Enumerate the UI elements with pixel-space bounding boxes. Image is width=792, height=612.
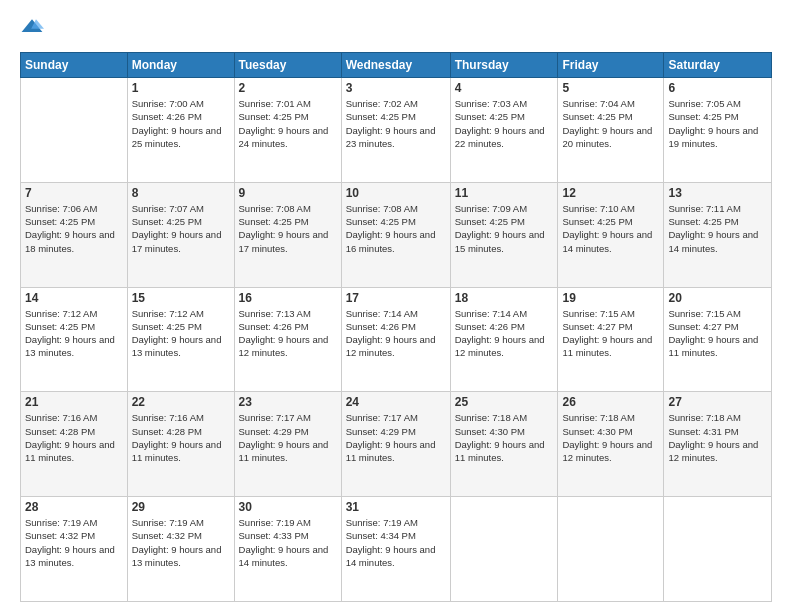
calendar-cell: [558, 497, 664, 602]
cell-date: 10: [346, 186, 446, 200]
calendar-cell: 5 Sunrise: 7:04 AMSunset: 4:25 PMDayligh…: [558, 78, 664, 183]
cell-info: Sunrise: 7:16 AMSunset: 4:28 PMDaylight:…: [25, 412, 115, 463]
logo-icon: [20, 16, 44, 40]
header-day: Sunday: [21, 53, 128, 78]
calendar-cell: 1 Sunrise: 7:00 AMSunset: 4:26 PMDayligh…: [127, 78, 234, 183]
header-day: Saturday: [664, 53, 772, 78]
cell-info: Sunrise: 7:12 AMSunset: 4:25 PMDaylight:…: [25, 308, 115, 359]
cell-date: 5: [562, 81, 659, 95]
calendar-cell: 26 Sunrise: 7:18 AMSunset: 4:30 PMDaylig…: [558, 392, 664, 497]
cell-date: 8: [132, 186, 230, 200]
calendar-cell: 2 Sunrise: 7:01 AMSunset: 4:25 PMDayligh…: [234, 78, 341, 183]
calendar-week: 28 Sunrise: 7:19 AMSunset: 4:32 PMDaylig…: [21, 497, 772, 602]
calendar-week: 14 Sunrise: 7:12 AMSunset: 4:25 PMDaylig…: [21, 287, 772, 392]
calendar-cell: 12 Sunrise: 7:10 AMSunset: 4:25 PMDaylig…: [558, 182, 664, 287]
cell-date: 2: [239, 81, 337, 95]
calendar-cell: 8 Sunrise: 7:07 AMSunset: 4:25 PMDayligh…: [127, 182, 234, 287]
cell-date: 30: [239, 500, 337, 514]
calendar-cell: 10 Sunrise: 7:08 AMSunset: 4:25 PMDaylig…: [341, 182, 450, 287]
cell-info: Sunrise: 7:13 AMSunset: 4:26 PMDaylight:…: [239, 308, 329, 359]
calendar-cell: 23 Sunrise: 7:17 AMSunset: 4:29 PMDaylig…: [234, 392, 341, 497]
cell-info: Sunrise: 7:06 AMSunset: 4:25 PMDaylight:…: [25, 203, 115, 254]
cell-info: Sunrise: 7:18 AMSunset: 4:30 PMDaylight:…: [562, 412, 652, 463]
page: SundayMondayTuesdayWednesdayThursdayFrid…: [0, 0, 792, 612]
cell-date: 1: [132, 81, 230, 95]
cell-date: 4: [455, 81, 554, 95]
cell-info: Sunrise: 7:15 AMSunset: 4:27 PMDaylight:…: [668, 308, 758, 359]
calendar-cell: 22 Sunrise: 7:16 AMSunset: 4:28 PMDaylig…: [127, 392, 234, 497]
cell-date: 22: [132, 395, 230, 409]
cell-info: Sunrise: 7:00 AMSunset: 4:26 PMDaylight:…: [132, 98, 222, 149]
calendar-cell: 18 Sunrise: 7:14 AMSunset: 4:26 PMDaylig…: [450, 287, 558, 392]
cell-date: 19: [562, 291, 659, 305]
cell-info: Sunrise: 7:17 AMSunset: 4:29 PMDaylight:…: [346, 412, 436, 463]
calendar-cell: 19 Sunrise: 7:15 AMSunset: 4:27 PMDaylig…: [558, 287, 664, 392]
calendar-cell: 31 Sunrise: 7:19 AMSunset: 4:34 PMDaylig…: [341, 497, 450, 602]
calendar-cell: [664, 497, 772, 602]
cell-date: 28: [25, 500, 123, 514]
calendar-cell: 25 Sunrise: 7:18 AMSunset: 4:30 PMDaylig…: [450, 392, 558, 497]
cell-info: Sunrise: 7:02 AMSunset: 4:25 PMDaylight:…: [346, 98, 436, 149]
header-day: Tuesday: [234, 53, 341, 78]
calendar-cell: 6 Sunrise: 7:05 AMSunset: 4:25 PMDayligh…: [664, 78, 772, 183]
header-day: Friday: [558, 53, 664, 78]
logo: [20, 16, 48, 44]
cell-date: 6: [668, 81, 767, 95]
calendar-cell: [21, 78, 128, 183]
cell-date: 7: [25, 186, 123, 200]
cell-info: Sunrise: 7:18 AMSunset: 4:31 PMDaylight:…: [668, 412, 758, 463]
calendar-cell: 7 Sunrise: 7:06 AMSunset: 4:25 PMDayligh…: [21, 182, 128, 287]
calendar-cell: 9 Sunrise: 7:08 AMSunset: 4:25 PMDayligh…: [234, 182, 341, 287]
cell-date: 29: [132, 500, 230, 514]
cell-date: 17: [346, 291, 446, 305]
cell-date: 26: [562, 395, 659, 409]
cell-date: 20: [668, 291, 767, 305]
cell-date: 3: [346, 81, 446, 95]
calendar-table: SundayMondayTuesdayWednesdayThursdayFrid…: [20, 52, 772, 602]
calendar-cell: 14 Sunrise: 7:12 AMSunset: 4:25 PMDaylig…: [21, 287, 128, 392]
header-day: Thursday: [450, 53, 558, 78]
cell-info: Sunrise: 7:01 AMSunset: 4:25 PMDaylight:…: [239, 98, 329, 149]
cell-date: 24: [346, 395, 446, 409]
cell-info: Sunrise: 7:08 AMSunset: 4:25 PMDaylight:…: [346, 203, 436, 254]
cell-info: Sunrise: 7:05 AMSunset: 4:25 PMDaylight:…: [668, 98, 758, 149]
calendar-cell: 21 Sunrise: 7:16 AMSunset: 4:28 PMDaylig…: [21, 392, 128, 497]
cell-date: 11: [455, 186, 554, 200]
cell-date: 12: [562, 186, 659, 200]
cell-info: Sunrise: 7:14 AMSunset: 4:26 PMDaylight:…: [346, 308, 436, 359]
cell-info: Sunrise: 7:15 AMSunset: 4:27 PMDaylight:…: [562, 308, 652, 359]
calendar-cell: 17 Sunrise: 7:14 AMSunset: 4:26 PMDaylig…: [341, 287, 450, 392]
cell-date: 31: [346, 500, 446, 514]
cell-date: 25: [455, 395, 554, 409]
calendar-header: SundayMondayTuesdayWednesdayThursdayFrid…: [21, 53, 772, 78]
calendar-cell: 11 Sunrise: 7:09 AMSunset: 4:25 PMDaylig…: [450, 182, 558, 287]
calendar-week: 7 Sunrise: 7:06 AMSunset: 4:25 PMDayligh…: [21, 182, 772, 287]
calendar-cell: 29 Sunrise: 7:19 AMSunset: 4:32 PMDaylig…: [127, 497, 234, 602]
cell-info: Sunrise: 7:10 AMSunset: 4:25 PMDaylight:…: [562, 203, 652, 254]
cell-info: Sunrise: 7:19 AMSunset: 4:33 PMDaylight:…: [239, 517, 329, 568]
header-day: Wednesday: [341, 53, 450, 78]
calendar-cell: [450, 497, 558, 602]
calendar-cell: 15 Sunrise: 7:12 AMSunset: 4:25 PMDaylig…: [127, 287, 234, 392]
calendar-cell: 16 Sunrise: 7:13 AMSunset: 4:26 PMDaylig…: [234, 287, 341, 392]
cell-info: Sunrise: 7:11 AMSunset: 4:25 PMDaylight:…: [668, 203, 758, 254]
calendar-cell: 3 Sunrise: 7:02 AMSunset: 4:25 PMDayligh…: [341, 78, 450, 183]
cell-date: 27: [668, 395, 767, 409]
calendar-cell: 30 Sunrise: 7:19 AMSunset: 4:33 PMDaylig…: [234, 497, 341, 602]
cell-date: 14: [25, 291, 123, 305]
cell-date: 23: [239, 395, 337, 409]
calendar-week: 21 Sunrise: 7:16 AMSunset: 4:28 PMDaylig…: [21, 392, 772, 497]
calendar-cell: 28 Sunrise: 7:19 AMSunset: 4:32 PMDaylig…: [21, 497, 128, 602]
header-row: SundayMondayTuesdayWednesdayThursdayFrid…: [21, 53, 772, 78]
calendar-week: 1 Sunrise: 7:00 AMSunset: 4:26 PMDayligh…: [21, 78, 772, 183]
header-day: Monday: [127, 53, 234, 78]
cell-date: 15: [132, 291, 230, 305]
cell-info: Sunrise: 7:19 AMSunset: 4:32 PMDaylight:…: [132, 517, 222, 568]
cell-info: Sunrise: 7:14 AMSunset: 4:26 PMDaylight:…: [455, 308, 545, 359]
cell-info: Sunrise: 7:12 AMSunset: 4:25 PMDaylight:…: [132, 308, 222, 359]
cell-info: Sunrise: 7:18 AMSunset: 4:30 PMDaylight:…: [455, 412, 545, 463]
cell-date: 21: [25, 395, 123, 409]
cell-info: Sunrise: 7:16 AMSunset: 4:28 PMDaylight:…: [132, 412, 222, 463]
calendar-cell: 20 Sunrise: 7:15 AMSunset: 4:27 PMDaylig…: [664, 287, 772, 392]
cell-info: Sunrise: 7:08 AMSunset: 4:25 PMDaylight:…: [239, 203, 329, 254]
